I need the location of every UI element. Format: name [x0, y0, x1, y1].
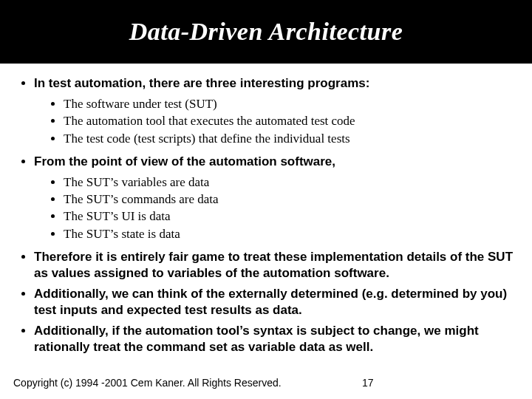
bullet-2: Therefore it is entirely fair game to tr… [34, 249, 514, 282]
title-band: Data-Driven Architecture [0, 0, 532, 65]
bullet-0-sub-2: The test code (test scripts) that define… [64, 131, 514, 146]
bullet-4: Additionally, if the automation tool’s s… [34, 323, 514, 355]
slide-title: Data-Driven Architecture [129, 18, 403, 46]
bullet-0: In test automation, there are three inte… [34, 75, 514, 146]
bullet-2-text: Therefore it is entirely fair game to tr… [34, 250, 513, 280]
bullet-1-sub-2: The SUT’s UI is data [64, 208, 514, 224]
page-number: 17 [362, 377, 374, 389]
bullet-1-sub-3: The SUT’s state is data [64, 226, 514, 242]
bullet-1-sub-1: The SUT’s commands are data [64, 191, 514, 207]
outer-list: In test automation, there are three inte… [18, 75, 514, 356]
bullet-0-sub: The software under test (SUT) The automa… [34, 96, 514, 146]
bullet-4-text: Additionally, if the automation tool’s s… [34, 324, 479, 354]
bullet-1: From the point of view of the automation… [34, 154, 514, 242]
bullet-3: Additionally, we can think of the extern… [34, 286, 514, 318]
slide-body: In test automation, there are three inte… [0, 65, 532, 356]
bullet-1-text: From the point of view of the automation… [34, 154, 335, 168]
bullet-1-sub-0: The SUT’s variables are data [64, 174, 514, 190]
bullet-0-sub-0: The software under test (SUT) [64, 96, 514, 112]
bullet-3-text: Additionally, we can think of the extern… [34, 287, 507, 317]
bullet-1-sub: The SUT’s variables are data The SUT’s c… [34, 174, 514, 242]
slide: Data-Driven Architecture In test automat… [0, 0, 532, 399]
footer-copyright: Copyright (c) 1994 -2001 Cem Kaner. All … [13, 377, 282, 389]
bullet-0-sub-1: The automation tool that executes the au… [64, 113, 514, 129]
bullet-0-text: In test automation, there are three inte… [34, 76, 369, 90]
